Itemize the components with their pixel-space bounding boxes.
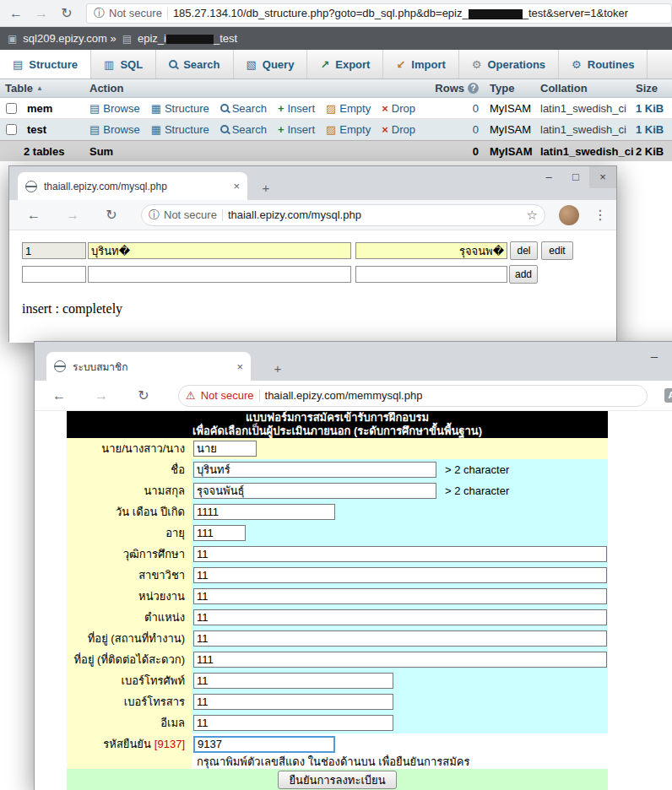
info-icon[interactable]: ⓘ <box>149 208 160 223</box>
insert-icon: + <box>278 103 285 114</box>
birthdate-field[interactable] <box>193 504 335 520</box>
age-field[interactable] <box>193 525 246 541</box>
search-link[interactable]: Search <box>220 123 267 136</box>
browser-tab[interactable]: ระบบสมาชิก × <box>46 352 251 381</box>
window-titlebar[interactable]: ระบบสมาชิก × + – <box>35 342 672 381</box>
profile-avatar[interactable] <box>559 205 579 225</box>
tab-export[interactable]: ↗ Export <box>307 50 383 78</box>
tab-close-icon[interactable]: × <box>233 180 240 192</box>
back-icon[interactable]: ← <box>46 388 72 403</box>
browse-link[interactable]: ▤Browse <box>89 102 140 115</box>
address-bar[interactable]: ⓘ Not secure thaiall.epizy.com/mysql.php… <box>141 204 545 226</box>
engine-type: MyISAM <box>490 123 531 136</box>
first-name-field[interactable] <box>193 462 436 478</box>
reload-icon[interactable]: ↻ <box>54 5 79 21</box>
reload-icon[interactable]: ↻ <box>99 207 124 223</box>
new-tab-button[interactable]: + <box>256 181 276 195</box>
form-row: วัน เดือน ปีเกิด <box>67 501 608 522</box>
fax-field[interactable] <box>193 694 393 710</box>
browser-tab[interactable]: thaiall.epizy.com/mysql.php × <box>18 172 247 200</box>
row-checkbox[interactable] <box>6 103 17 114</box>
address-bar[interactable]: ⚠ Not secure thaiall.epizy.com/memmysql.… <box>178 385 648 407</box>
record-surname-field[interactable] <box>355 242 507 259</box>
structure-link[interactable]: ▦Structure <box>151 102 209 115</box>
warning-icon[interactable]: ⚠ <box>186 389 196 402</box>
tab-query[interactable]: ▧ Query <box>234 50 308 78</box>
forward-icon[interactable]: → <box>29 6 54 21</box>
field-label: นามสกุล <box>67 480 192 501</box>
name-prefix-field[interactable] <box>193 441 257 457</box>
drop-link[interactable]: ×Drop <box>382 102 415 115</box>
breadcrumb-server[interactable]: sql209.epizy.com » <box>23 32 116 45</box>
insert-link[interactable]: +Insert <box>278 102 315 115</box>
minimize-button[interactable]: – <box>535 166 562 188</box>
field-label: อายุ <box>67 522 192 544</box>
tab-import[interactable]: ↙ Import <box>383 50 458 78</box>
insert-link[interactable]: +Insert <box>278 123 315 136</box>
field-label: ชื่อ <box>67 459 192 480</box>
phone-field[interactable] <box>193 673 393 689</box>
table-name[interactable]: test <box>27 123 46 136</box>
sum-label: Sum <box>89 145 113 158</box>
empty-link[interactable]: ▨Empty <box>326 102 371 115</box>
tab-label: Routines <box>588 58 635 71</box>
add-button[interactable]: add <box>509 265 538 284</box>
help-icon[interactable]: ? <box>468 83 479 94</box>
forward-icon[interactable]: → <box>89 388 114 403</box>
new-id-field[interactable] <box>22 266 86 283</box>
minimize-button[interactable]: – <box>637 344 671 369</box>
browse-link[interactable]: ▤Browse <box>89 123 140 136</box>
captcha-field[interactable] <box>193 736 335 753</box>
sort-icon[interactable]: ▲ <box>36 84 43 92</box>
col-header-table[interactable]: Table <box>5 82 33 95</box>
position-field[interactable] <box>193 609 607 625</box>
database-icon: ▤ <box>122 33 132 45</box>
tab-close-icon[interactable]: × <box>236 360 243 373</box>
edit-button[interactable]: edit <box>541 241 573 260</box>
menu-icon[interactable]: ⋮ <box>593 207 608 223</box>
back-icon[interactable]: ← <box>3 6 29 21</box>
row-checkbox[interactable] <box>6 124 17 135</box>
maximize-button[interactable]: □ <box>562 166 589 188</box>
email-field[interactable] <box>193 715 393 731</box>
field-label: อีเมล <box>67 712 192 733</box>
del-button[interactable]: del <box>510 241 538 260</box>
new-surname-field[interactable] <box>355 266 507 283</box>
form-row: สาขาวิชา <box>67 565 608 586</box>
tab-structure[interactable]: ▤ Structure <box>0 50 91 78</box>
record-id-field[interactable] <box>22 242 86 259</box>
submit-button[interactable]: ยืนยันการลงทะเบียน <box>278 771 396 789</box>
col-header-action: Action <box>89 82 123 95</box>
contact-address-field[interactable] <box>193 652 607 668</box>
reload-icon[interactable]: ↻ <box>131 387 156 403</box>
bookmark-star-icon[interactable]: ☆ <box>527 208 538 223</box>
search-link[interactable]: Search <box>220 102 267 115</box>
drop-icon: × <box>382 124 388 135</box>
window-titlebar[interactable]: thaiall.epizy.com/mysql.php × + – □ × <box>9 166 616 200</box>
mysql-page-content: del edit add insert : completely <box>9 230 616 343</box>
education-field[interactable] <box>193 546 607 562</box>
close-button[interactable]: × <box>589 166 616 188</box>
empty-link[interactable]: ▨Empty <box>326 123 371 136</box>
record-name-field[interactable] <box>88 242 351 259</box>
tab-routines[interactable]: ⚙ Routines <box>559 50 648 78</box>
last-name-field[interactable] <box>193 483 436 499</box>
structure-link[interactable]: ▦Structure <box>151 123 209 136</box>
breadcrumb-database[interactable]: epiz_i_test <box>138 32 237 45</box>
forward-icon[interactable]: → <box>60 208 85 223</box>
translate-icon[interactable]: A <box>664 388 672 403</box>
new-tab-button[interactable]: + <box>268 361 288 376</box>
organization-field[interactable] <box>193 588 607 604</box>
major-field[interactable] <box>193 567 607 583</box>
tab-operations[interactable]: ⚙ Operations <box>459 50 559 78</box>
back-icon[interactable]: ← <box>21 208 46 223</box>
tab-sql[interactable]: ▥ SQL <box>91 50 156 78</box>
new-name-field[interactable] <box>88 266 351 283</box>
tab-search[interactable]: Search <box>156 50 233 78</box>
work-address-field[interactable] <box>193 630 607 647</box>
table-name[interactable]: mem <box>27 102 52 115</box>
address-bar[interactable]: ⓘ Not secure 185.27.134.10/db_structure.… <box>86 3 672 24</box>
info-icon[interactable]: ⓘ <box>94 6 105 21</box>
captcha-hint-row: กรุณาพิมพ์ตัวเลขสีแดง ในช่องด้านบน เพื่อ… <box>67 755 608 769</box>
drop-link[interactable]: ×Drop <box>382 123 415 136</box>
